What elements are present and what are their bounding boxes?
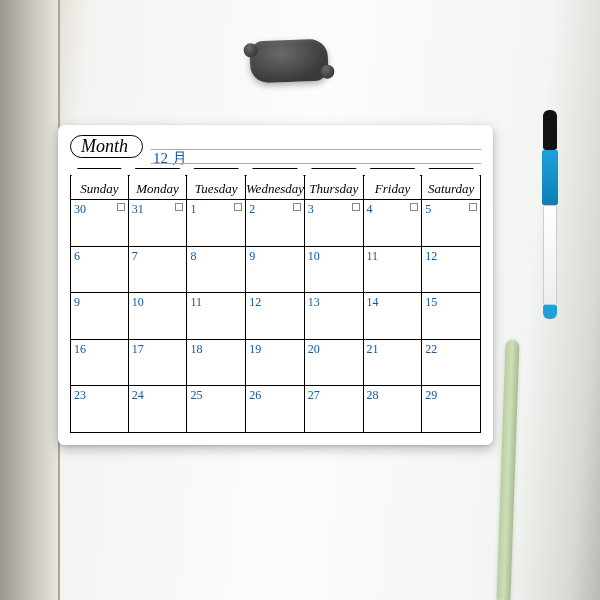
calendar-cell: 12: [246, 293, 305, 340]
month-write-area: 12 月: [151, 135, 481, 169]
calendar-cell: 11: [187, 293, 246, 340]
fridge-edge: [0, 0, 60, 600]
cell-checkbox: [234, 203, 242, 211]
dry-erase-marker: [542, 110, 558, 320]
weekday-header: Thursday: [305, 175, 364, 200]
whiteboard-eraser: [249, 39, 328, 84]
calendar-cell: 7: [129, 247, 188, 294]
calendar-cell: 17: [129, 340, 188, 387]
calendar-cell: 14: [364, 293, 423, 340]
calendar-cell: 12: [422, 247, 481, 294]
weekday-row: SundayMondayTuesdayWednesdayThursdayFrid…: [70, 175, 481, 200]
calendar-cell: 10: [129, 293, 188, 340]
calendar-cell: 6: [70, 247, 129, 294]
calendar-cell: 27: [305, 386, 364, 433]
magnetic-calendar: Month 12 月 SundayMondayTuesdayWednesdayT…: [58, 125, 493, 445]
calendar-cell: 2: [246, 200, 305, 247]
calendar-cell: 5: [422, 200, 481, 247]
calendar-cell: 8: [187, 247, 246, 294]
weekday-header: Friday: [364, 175, 423, 200]
calendar-cell: 21: [364, 340, 423, 387]
calendar-cell: 13: [305, 293, 364, 340]
weekday-header: Monday: [129, 175, 188, 200]
weekday-header: Sunday: [70, 175, 129, 200]
calendar-cell: 9: [246, 247, 305, 294]
month-value: 12 月: [153, 150, 187, 166]
calendar-cell: 29: [422, 386, 481, 433]
calendar-cell: 15: [422, 293, 481, 340]
cell-checkbox: [175, 203, 183, 211]
cell-checkbox: [117, 203, 125, 211]
calendar-cell: 20: [305, 340, 364, 387]
weekday-header: Saturday: [422, 175, 481, 200]
calendar-cell: 24: [129, 386, 188, 433]
pole: [496, 340, 519, 600]
cell-checkbox: [293, 203, 301, 211]
calendar-cell: 9: [70, 293, 129, 340]
calendar-cell: 4: [364, 200, 423, 247]
month-label: Month: [70, 135, 143, 158]
calendar-cell: 18: [187, 340, 246, 387]
cell-checkbox: [352, 203, 360, 211]
weekday-header: Wednesday: [246, 175, 305, 200]
calendar-cell: 31: [129, 200, 188, 247]
calendar-cell: 30: [70, 200, 129, 247]
calendar-cell: 3: [305, 200, 364, 247]
calendar-cell: 1: [187, 200, 246, 247]
calendar-cell: 10: [305, 247, 364, 294]
calendar-cell: 11: [364, 247, 423, 294]
calendar-cell: 16: [70, 340, 129, 387]
cell-checkbox: [469, 203, 477, 211]
cell-checkbox: [410, 203, 418, 211]
calendar-cell: 26: [246, 386, 305, 433]
calendar-cell: 25: [187, 386, 246, 433]
month-header: Month 12 月: [70, 135, 481, 169]
calendar-cell: 23: [70, 386, 129, 433]
weekday-header: Tuesday: [187, 175, 246, 200]
calendar-cell: 22: [422, 340, 481, 387]
calendar-grid: 3031123456789101112910111213141516171819…: [70, 200, 481, 433]
calendar-cell: 28: [364, 386, 423, 433]
calendar-cell: 19: [246, 340, 305, 387]
